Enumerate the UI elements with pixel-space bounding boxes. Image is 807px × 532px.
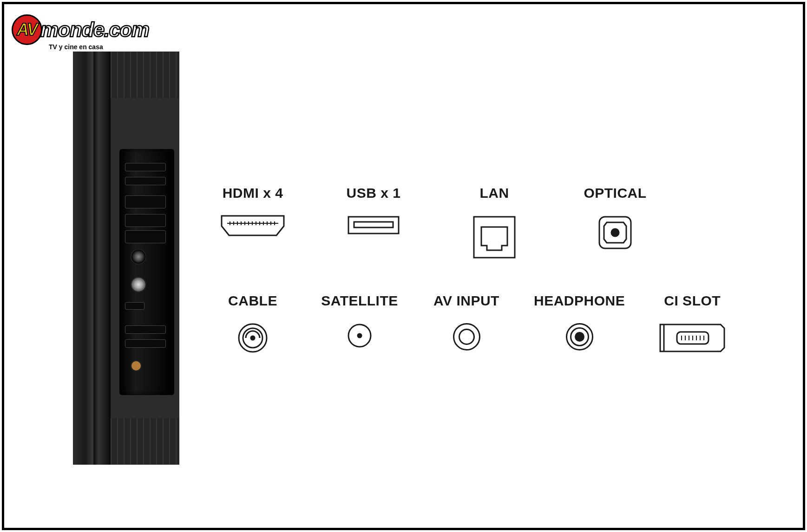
av-input-icon [432, 322, 501, 368]
port-satellite: SATELLITE [320, 293, 399, 368]
port-optical-label: OPTICAL [584, 185, 646, 201]
headphone-icon [545, 322, 614, 368]
svg-rect-15 [354, 222, 393, 227]
port-cable-label: CABLE [228, 293, 277, 309]
diagram-frame: AV monde.com TV y cine en casa [2, 2, 805, 530]
satellite-icon [325, 322, 394, 368]
svg-point-28 [575, 333, 584, 341]
port-av-input-label: AV INPUT [433, 293, 499, 309]
svg-point-25 [459, 330, 474, 344]
svg-point-21 [251, 336, 255, 340]
port-ci-slot: CI SLOT [653, 293, 732, 368]
port-optical: OPTICAL [576, 185, 655, 260]
port-hdmi-label: HDMI x 4 [223, 185, 283, 201]
port-usb: USB x 1 [334, 185, 413, 260]
port-av-input: AV INPUT [427, 293, 506, 368]
tv-side-panel-image [73, 52, 180, 465]
lan-icon [459, 214, 529, 260]
ports-diagram: HDMI x 4 [213, 185, 766, 401]
cable-icon [218, 322, 288, 368]
logo-text: monde.com [40, 18, 149, 41]
port-usb-label: USB x 1 [347, 185, 401, 201]
svg-rect-16 [474, 217, 515, 258]
logo-badge-text: AV [17, 20, 37, 39]
port-headphone: HEADPHONE [534, 293, 625, 368]
logo-badge: AV [12, 14, 42, 45]
port-satellite-label: SATELLITE [321, 293, 398, 309]
svg-point-24 [453, 324, 479, 350]
svg-point-23 [358, 334, 361, 337]
site-logo: AV monde.com TV y cine en casa [12, 14, 149, 51]
port-ci-slot-label: CI SLOT [664, 293, 721, 309]
svg-point-18 [611, 229, 619, 236]
port-hdmi: HDMI x 4 [213, 185, 292, 260]
port-headphone-label: HEADPHONE [534, 293, 625, 309]
hdmi-icon [218, 214, 288, 260]
port-cable: CABLE [213, 293, 292, 368]
svg-rect-14 [348, 217, 399, 234]
logo-tagline: TV y cine en casa [49, 43, 149, 51]
port-lan: LAN [455, 185, 534, 260]
usb-icon [339, 214, 408, 260]
optical-icon [580, 214, 650, 260]
ci-slot-icon [657, 322, 727, 368]
port-lan-label: LAN [479, 185, 509, 201]
